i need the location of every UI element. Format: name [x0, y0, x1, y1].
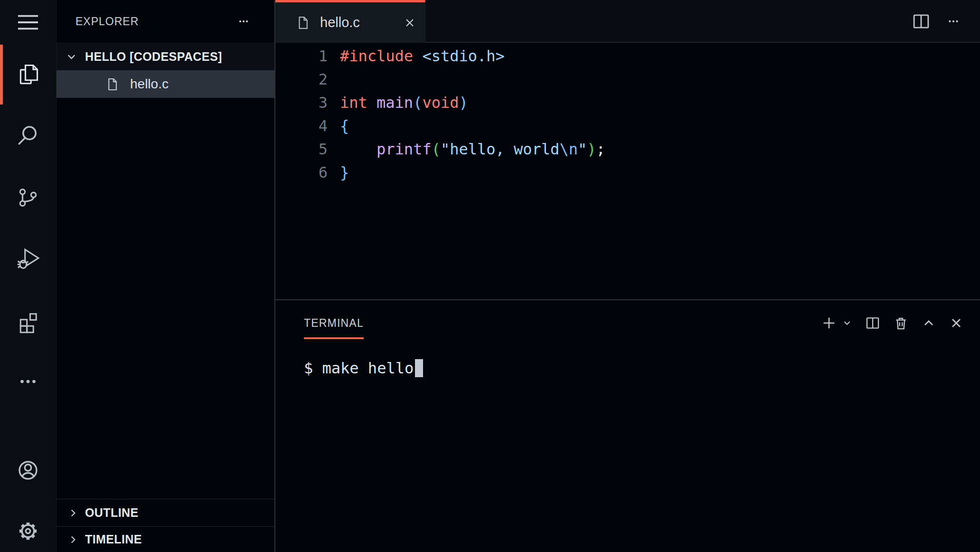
account-icon: [16, 458, 40, 482]
editor-more-actions-button[interactable]: [944, 15, 963, 28]
ellipsis-icon: [19, 372, 38, 391]
ellipsis-icon: [944, 15, 963, 28]
split-terminal-button[interactable]: [865, 315, 881, 331]
gear-icon: [16, 519, 40, 543]
line-number: 3: [275, 91, 328, 114]
file-icon: [105, 77, 119, 91]
close-icon: [949, 315, 964, 331]
settings-button[interactable]: [0, 501, 56, 552]
sidebar-item-explorer[interactable]: [0, 45, 56, 105]
code-editor[interactable]: 1#include <stdio.h>23int main(void)4{5 p…: [275, 44, 980, 298]
sidebar-item-search[interactable]: [0, 105, 56, 165]
plus-icon: [821, 315, 837, 331]
code-text: printf("hello, world\n");: [328, 138, 605, 161]
more-views-button[interactable]: [0, 352, 56, 411]
split-editor-button[interactable]: [911, 11, 931, 31]
workspace-label: HELLO [CODESPACES]: [85, 50, 222, 64]
close-icon: [403, 16, 416, 29]
source-control-icon: [17, 187, 39, 209]
tab-label: hello.c: [320, 15, 360, 30]
explorer-section-header[interactable]: HELLO [CODESPACES]: [57, 43, 274, 70]
chevron-down-icon: [65, 50, 78, 63]
explorer-more-actions-button[interactable]: [235, 16, 253, 27]
line-number: 6: [275, 161, 328, 184]
chevron-down-icon: [842, 318, 852, 328]
outline-section-header[interactable]: OUTLINE: [57, 499, 274, 526]
account-button[interactable]: [0, 440, 56, 500]
sidebar-item-run-debug[interactable]: [0, 228, 56, 288]
editor-actions: [911, 0, 980, 43]
code-line[interactable]: 6}: [275, 161, 980, 184]
code-text: int main(void): [328, 91, 468, 114]
tab-hello-c[interactable]: hello.c: [275, 0, 425, 43]
terminal-profile-dropdown-button[interactable]: [842, 318, 852, 328]
terminal-panel-title: TERMINAL: [304, 317, 364, 330]
outline-label: OUTLINE: [85, 506, 139, 520]
code-lines: 1#include <stdio.h>23int main(void)4{5 p…: [275, 45, 980, 184]
code-line[interactable]: 1#include <stdio.h>: [275, 45, 980, 68]
terminal-body[interactable]: $ make hello: [275, 346, 980, 552]
trash-icon: [893, 315, 909, 331]
terminal-cursor: [415, 359, 423, 377]
chevron-right-icon: [67, 507, 79, 519]
run-debug-icon: [16, 247, 40, 270]
menu-button[interactable]: [0, 0, 56, 45]
files-icon: [16, 63, 40, 86]
extensions-icon: [17, 311, 39, 333]
terminal-command-text: $ make hello: [304, 358, 414, 378]
editor-group: hello.c 1#include <stdio.h>23int main(vo…: [274, 0, 980, 552]
sidebar-item-source-control[interactable]: [0, 168, 56, 228]
sidebar-title: EXPLORER: [75, 15, 139, 28]
code-text: }: [328, 161, 349, 184]
file-icon: [296, 16, 310, 30]
line-number: 2: [275, 68, 328, 91]
split-terminal-icon: [865, 315, 881, 331]
timeline-section-header[interactable]: TIMELINE: [57, 526, 274, 552]
explorer-sidebar: EXPLORER HELLO [CODESPACES] hello.c OUTL…: [56, 0, 274, 552]
timeline-label: TIMELINE: [85, 533, 142, 546]
ellipsis-icon: [235, 16, 253, 27]
close-panel-button[interactable]: [949, 315, 964, 331]
new-terminal-button[interactable]: [821, 315, 837, 331]
terminal-prompt-line: $ make hello: [304, 358, 423, 378]
chevron-right-icon: [67, 533, 79, 546]
chevron-up-icon: [921, 315, 936, 331]
code-text: {: [328, 114, 349, 138]
maximize-panel-button[interactable]: [921, 315, 936, 331]
sidebar-header: EXPLORER: [57, 0, 274, 43]
terminal-actions: [821, 300, 980, 346]
tab-bar: hello.c: [275, 0, 980, 43]
close-tab-button[interactable]: [401, 14, 418, 31]
line-number: 4: [275, 114, 328, 138]
code-line[interactable]: 4{: [275, 114, 980, 138]
menu-icon: [17, 14, 39, 31]
code-line[interactable]: 3int main(void): [275, 91, 980, 114]
code-text: #include <stdio.h>: [328, 45, 505, 68]
code-text: [328, 68, 340, 91]
file-row-hello-c[interactable]: hello.c: [57, 70, 274, 98]
code-line[interactable]: 5 printf("hello, world\n");: [275, 138, 980, 161]
search-icon: [17, 124, 39, 146]
file-label: hello.c: [130, 76, 169, 92]
vscode-window: { "colors": { "accent": "#ef6144", "edit…: [0, 0, 980, 552]
kill-terminal-button[interactable]: [893, 315, 909, 331]
tab-terminal[interactable]: TERMINAL: [304, 300, 364, 346]
line-number: 1: [275, 45, 328, 68]
activity-bar: [0, 0, 56, 552]
terminal-panel: TERMINAL: [275, 299, 980, 552]
split-editor-icon: [911, 11, 931, 31]
sidebar-item-extensions[interactable]: [0, 292, 56, 352]
line-number: 5: [275, 138, 328, 161]
new-terminal-group: [821, 315, 852, 331]
code-line[interactable]: 2: [275, 68, 980, 91]
